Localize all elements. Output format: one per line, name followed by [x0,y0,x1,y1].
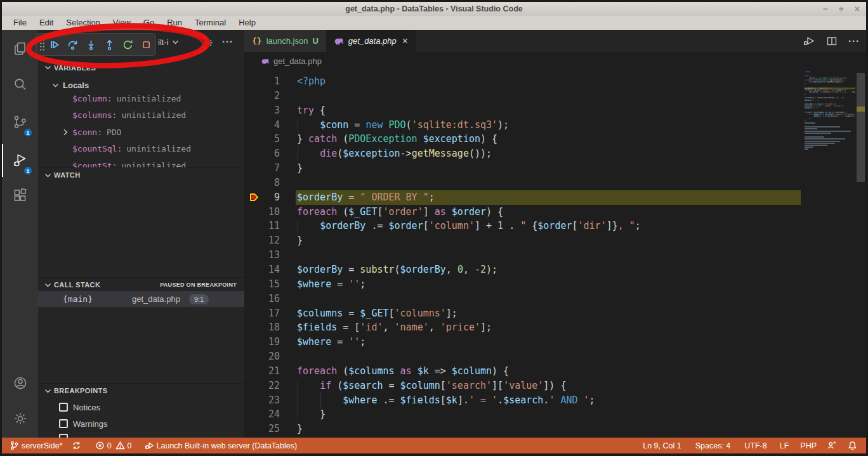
variable-value: uninitialized [117,94,181,103]
code-line-5[interactable]: 5} catch (PDOException $exception) { [244,132,805,147]
status-utf-8[interactable]: UTF-8 [744,441,766,450]
variable-row[interactable]: $conn:PDO [38,124,244,140]
checkbox[interactable] [59,403,68,412]
variable-row[interactable]: $column:uninitialized [38,90,244,107]
activity-settings[interactable] [2,402,38,435]
run-or-debug-icon[interactable] [803,36,815,46]
continue-button[interactable] [45,35,63,54]
menu-edit[interactable]: Edit [33,16,60,30]
activity-account[interactable] [2,367,38,400]
code-line-9[interactable]: 9$orderBy = " ORDER BY "; [244,190,805,205]
code-line-2[interactable]: 2 [244,89,805,103]
split-editor-icon[interactable] [827,36,837,46]
menu-terminal[interactable]: Terminal [188,16,232,30]
code-line-23[interactable]: 23 $where .= $fields[$k].' = '.$search.'… [244,393,805,408]
more-actions-icon[interactable]: ··· [222,36,233,47]
tab-get-data-php[interactable]: get_data.php × [327,30,416,52]
watch-section-header[interactable]: WATCH [38,167,244,182]
code-line-16[interactable]: 16 [244,292,805,306]
status-lf[interactable]: LF [780,441,789,450]
breakpoint-current-line-icon[interactable] [249,192,260,203]
step-over-icon [67,39,78,50]
gear-icon[interactable] [203,37,214,48]
menu-selection[interactable]: Selection [60,16,106,30]
code-line-7[interactable]: 7} [244,161,805,176]
status-0[interactable]: 0 [115,441,132,450]
breakpoint-row-warnings[interactable]: Warnings [38,415,244,432]
breadcrumb[interactable]: get_data.php [244,52,866,70]
variable-row[interactable]: $countSql:uninitialized [38,141,244,157]
line-text: $conn = new PDO('sqlite:dt.sq3'); [297,118,509,133]
code-line-15[interactable]: 15$where = ''; [244,277,805,292]
restart-button[interactable] [119,35,137,54]
warning-icon [115,441,125,450]
activity-run-and-debug[interactable]: 1 [2,144,38,177]
breakpoint-row-notices[interactable]: Notices [38,399,244,415]
code-line-13[interactable]: 13 [244,248,805,263]
minimize-button[interactable]: − [822,2,827,16]
step-over-button[interactable] [63,35,82,54]
tab-launch-json[interactable]: {} launch.json U [244,30,327,52]
code-line-6[interactable]: 6 die($exception->getMessage()); [244,147,805,161]
close-tab-icon[interactable]: × [402,36,408,46]
status-feedback[interactable] [827,441,836,450]
tab-bar: {} launch.json U get_data.php × [244,30,866,52]
minimap-line [805,129,855,131]
variables-section-header[interactable]: VARIABLES [38,60,244,75]
toolbar-drag-handle[interactable] [39,39,45,51]
status-ln-9-col-1[interactable]: Ln 9, Col 1 [643,441,681,450]
call-stack-frame[interactable]: {main} get_data.php 9:1 [38,291,244,307]
json-file-icon: {} [252,36,262,46]
code-line-19[interactable]: 19$where = ''; [244,335,805,349]
step-into-button[interactable] [82,35,100,54]
code-line-12[interactable]: 12} [244,233,805,248]
status-bell[interactable] [848,441,857,450]
code-line-17[interactable]: 17$columns = $_GET['columns']; [244,306,805,321]
activity-explorer[interactable] [2,32,38,65]
call-stack-section-header[interactable]: CALL STACK PAUSED ON BREAKPOINT [38,277,244,292]
line-number: 19 [244,335,280,349]
code-line-3[interactable]: 3try { [244,103,805,118]
overview-ruler-current-line-mark [857,107,865,112]
code-line-11[interactable]: 11 $orderBy .= $order['column'] + 1 . " … [244,219,805,233]
code-line-22[interactable]: 22 if ($search = $column['search']['valu… [244,379,805,393]
menu-file[interactable]: File [7,16,33,30]
line-text: $where = ''; [297,277,365,292]
launch-config-dropdown[interactable]: ilt-i [158,37,179,47]
status-spaces-4[interactable]: Spaces: 4 [695,441,731,450]
code-line-4[interactable]: 4 $conn = new PDO('sqlite:dt.sq3'); [244,118,805,133]
menu-view[interactable]: View [107,16,137,30]
stop-button[interactable] [137,35,155,54]
editor-scrollbar[interactable] [855,30,866,438]
code-line-24[interactable]: 24 } [244,407,805,422]
activity-extensions[interactable] [2,179,38,212]
code-line-18[interactable]: 18$fields = ['id', 'name', 'price']; [244,320,805,335]
status-launch-built-in-web-server-datatables[interactable]: Launch Built-in web server (DataTables) [145,441,298,450]
status-serverside[interactable]: serverSide* [10,441,63,450]
minimap[interactable]: <?phptry { $conn = new PDO('sqlite:dt.sq… [805,71,855,438]
code-line-20[interactable]: 20 [244,349,805,364]
step-out-button[interactable] [100,35,119,54]
code-line-1[interactable]: 1<?php [244,74,805,89]
menu-run[interactable]: Run [161,16,188,30]
code-line-25[interactable]: 25} [244,422,805,436]
code-line-14[interactable]: 14$orderBy = substr($orderBy, 0, -2); [244,263,805,277]
code-line-10[interactable]: 10foreach ($_GET['order'] as $order) { [244,205,805,219]
code-area[interactable]: 1<?php23try {4 $conn = new PDO('sqlite:d… [244,70,805,438]
menu-help[interactable]: Help [232,16,262,30]
variables-title: VARIABLES [54,64,96,72]
breakpoints-section-header[interactable]: BREAKPOINTS [38,383,244,398]
status-sync[interactable] [72,441,81,450]
close-button[interactable]: × [855,2,860,16]
maximize-button[interactable]: + [839,2,844,16]
variable-row[interactable]: $columns:uninitialized [38,107,244,124]
status-0[interactable]: 0 [95,441,112,450]
code-line-8[interactable]: 8 [244,176,805,190]
code-line-21[interactable]: 21foreach ($columns as $k => $column) { [244,364,805,379]
menu-go[interactable]: Go [137,16,161,30]
status-php[interactable]: PHP [800,441,817,450]
activity-source-control[interactable]: 1 [2,106,38,139]
activity-search[interactable] [2,68,38,101]
scrollbar-thumb[interactable] [857,73,865,182]
checkbox[interactable] [59,419,68,428]
